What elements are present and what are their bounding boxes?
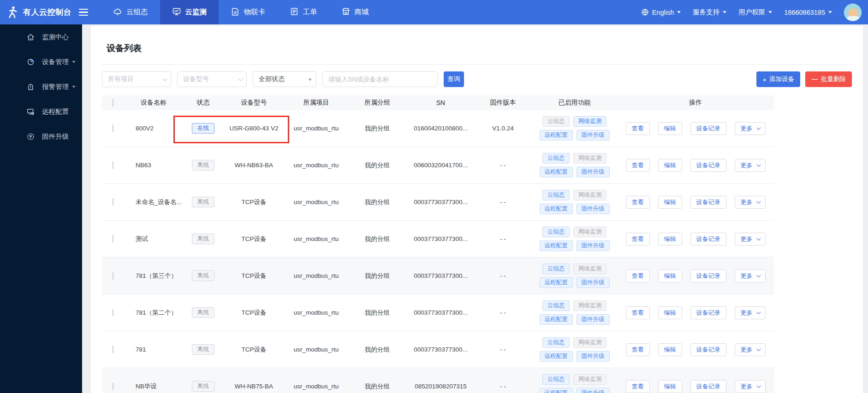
sn-cell: 00037730377300...: [407, 272, 474, 279]
chevron-down-icon: [756, 383, 761, 388]
nav-item-iot-sim[interactable]: 物联卡: [219, 0, 278, 24]
device-record-button[interactable]: 设备记录: [690, 159, 726, 172]
feature-tag[interactable]: 固件升级: [577, 351, 610, 362]
view-button[interactable]: 查看: [626, 380, 650, 393]
query-button[interactable]: 查询: [444, 71, 464, 87]
edit-button[interactable]: 编辑: [658, 196, 682, 209]
device-record-button[interactable]: 设备记录: [690, 122, 726, 135]
device-record-button[interactable]: 设备记录: [690, 343, 726, 356]
feature-tag[interactable]: 云组态: [542, 337, 570, 348]
device-record-button[interactable]: 设备记录: [690, 233, 726, 246]
firmware-upgrade-icon: [0, 132, 35, 141]
model-select[interactable]: 设备型号: [177, 71, 247, 87]
feature-tag[interactable]: 网络监测: [573, 116, 606, 127]
feature-tag[interactable]: 远程配置: [540, 240, 573, 251]
column-header: 所属项目: [285, 99, 347, 107]
more-button[interactable]: 更多: [735, 159, 766, 172]
more-button[interactable]: 更多: [735, 270, 766, 282]
select-all-checkbox[interactable]: [113, 99, 113, 107]
more-button[interactable]: 更多: [735, 233, 766, 246]
row-actions: 查看编辑设备记录更多: [617, 343, 774, 356]
batch-delete-button[interactable]: 一 批量删除: [805, 71, 852, 87]
add-device-button[interactable]: + 添加设备: [756, 71, 800, 87]
feature-tag[interactable]: 固件升级: [577, 167, 610, 177]
row-checkbox[interactable]: [113, 161, 113, 169]
avatar[interactable]: [844, 4, 862, 21]
feature-tag[interactable]: 固件升级: [577, 240, 610, 251]
edit-button[interactable]: 编辑: [658, 306, 682, 319]
nav-item-work-order[interactable]: 工单: [278, 0, 329, 24]
more-button[interactable]: 更多: [735, 196, 766, 209]
feature-tag[interactable]: 云组态: [542, 374, 570, 385]
feature-tag[interactable]: 固件升级: [577, 388, 610, 393]
feature-tag[interactable]: 固件升级: [577, 130, 610, 141]
edit-button[interactable]: 编辑: [658, 159, 682, 172]
feature-tag[interactable]: 远程配置: [540, 204, 573, 214]
feature-tag[interactable]: 远程配置: [540, 167, 573, 177]
nav-item-cloud-monitor[interactable]: 云监测: [160, 0, 219, 24]
more-button[interactable]: 更多: [735, 343, 766, 356]
feature-tag[interactable]: 远程配置: [540, 130, 573, 141]
feature-tag[interactable]: 云组态: [542, 264, 570, 274]
feature-tag[interactable]: 远程配置: [540, 314, 573, 325]
status-select[interactable]: 全部状态 ▾: [253, 71, 316, 87]
device-name-cell: 未命名_设备名...: [124, 198, 184, 206]
nav-item-cloud-scada[interactable]: 云组态: [101, 0, 160, 24]
feature-tag[interactable]: 远程配置: [540, 277, 573, 288]
sidebar-item-alarm-management[interactable]: 报警管理: [0, 74, 82, 99]
view-button[interactable]: 查看: [626, 306, 650, 319]
edit-button[interactable]: 编辑: [658, 122, 682, 135]
edit-button[interactable]: 编辑: [658, 233, 682, 246]
account-phone-menu[interactable]: 18660863185: [784, 9, 832, 16]
hamburger-menu-icon[interactable]: [79, 9, 88, 16]
edit-button[interactable]: 编辑: [658, 343, 682, 356]
more-button[interactable]: 更多: [735, 306, 766, 319]
feature-tag[interactable]: 固件升级: [577, 314, 610, 325]
feature-tag[interactable]: 云组态: [542, 190, 570, 200]
sidebar-item-device-management[interactable]: 设备管理: [0, 49, 82, 74]
table-row: NB毕设离线WH-NB75-BAusr_modbus_rtu我的分组085201…: [102, 368, 774, 393]
more-button[interactable]: 更多: [735, 122, 766, 135]
view-button[interactable]: 查看: [626, 233, 650, 246]
device-record-button[interactable]: 设备记录: [690, 380, 726, 393]
edit-button[interactable]: 编辑: [658, 270, 682, 282]
sidebar-item-firmware-upgrade[interactable]: 固件升级: [0, 124, 82, 149]
device-record-button[interactable]: 设备记录: [690, 270, 726, 282]
device-record-button[interactable]: 设备记录: [690, 196, 726, 209]
sidebar-item-label: 远程配置: [42, 107, 69, 116]
language-selector[interactable]: English: [641, 8, 681, 16]
edit-button[interactable]: 编辑: [658, 380, 682, 393]
feature-tag[interactable]: 云组态: [542, 153, 570, 164]
view-button[interactable]: 查看: [626, 343, 650, 356]
feature-tag[interactable]: 远程配置: [540, 351, 573, 362]
sidebar-item-remote-config[interactable]: 远程配置: [0, 99, 82, 124]
firmware-cell: - -: [474, 272, 532, 279]
project-cell: usr_modbus_rtu: [285, 383, 347, 390]
enabled-features: 云组态网络监测远程配置固件升级: [532, 300, 617, 325]
row-checkbox[interactable]: [113, 124, 113, 132]
row-checkbox[interactable]: [113, 382, 113, 390]
device-record-button[interactable]: 设备记录: [690, 306, 726, 319]
row-checkbox[interactable]: [113, 309, 113, 317]
search-input[interactable]: [322, 71, 438, 87]
feature-tag[interactable]: 云组态: [542, 300, 570, 311]
nav-item-mall[interactable]: 商城: [329, 0, 381, 24]
view-button[interactable]: 查看: [626, 122, 650, 135]
user-permission-menu[interactable]: 用户权限: [738, 8, 772, 17]
row-checkbox[interactable]: [113, 346, 113, 353]
row-checkbox[interactable]: [113, 198, 113, 206]
feature-tag[interactable]: 固件升级: [577, 204, 610, 214]
feature-tag[interactable]: 云组态: [542, 227, 570, 237]
row-checkbox[interactable]: [113, 272, 113, 280]
more-button[interactable]: 更多: [735, 380, 766, 393]
service-support-menu[interactable]: 服务支持: [693, 8, 726, 17]
view-button[interactable]: 查看: [626, 270, 650, 282]
project-select[interactable]: 所有项目: [102, 71, 171, 87]
view-button[interactable]: 查看: [626, 196, 650, 209]
feature-tag[interactable]: 固件升级: [577, 277, 610, 288]
group-cell: 我的分组: [347, 346, 407, 354]
sidebar-item-monitor-center[interactable]: 监测中心: [0, 24, 82, 49]
row-checkbox[interactable]: [113, 235, 113, 243]
view-button[interactable]: 查看: [626, 159, 650, 172]
feature-tag[interactable]: 远程配置: [540, 388, 573, 393]
